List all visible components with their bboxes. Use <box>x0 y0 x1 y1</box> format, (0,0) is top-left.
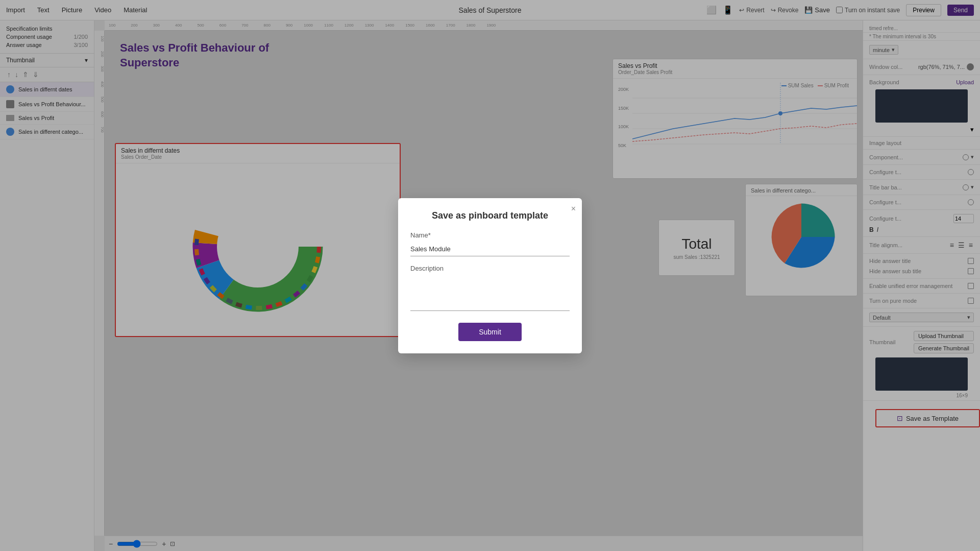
modal-box: × Save as pinboard template Name* Descri… <box>398 198 582 353</box>
modal-name-input[interactable] <box>410 242 570 256</box>
modal-name-field: Name* <box>410 231 570 256</box>
modal-title: Save as pinboard template <box>410 210 570 221</box>
modal-overlay[interactable]: × Save as pinboard template Name* Descri… <box>0 0 980 551</box>
modal-description-field: Description <box>410 265 570 313</box>
modal-submit-button[interactable]: Submit <box>458 323 522 341</box>
modal-description-label: Description <box>410 265 570 272</box>
modal-description-textarea[interactable] <box>410 275 570 311</box>
modal-name-label: Name* <box>410 231 570 239</box>
modal-close-button[interactable]: × <box>571 204 576 213</box>
